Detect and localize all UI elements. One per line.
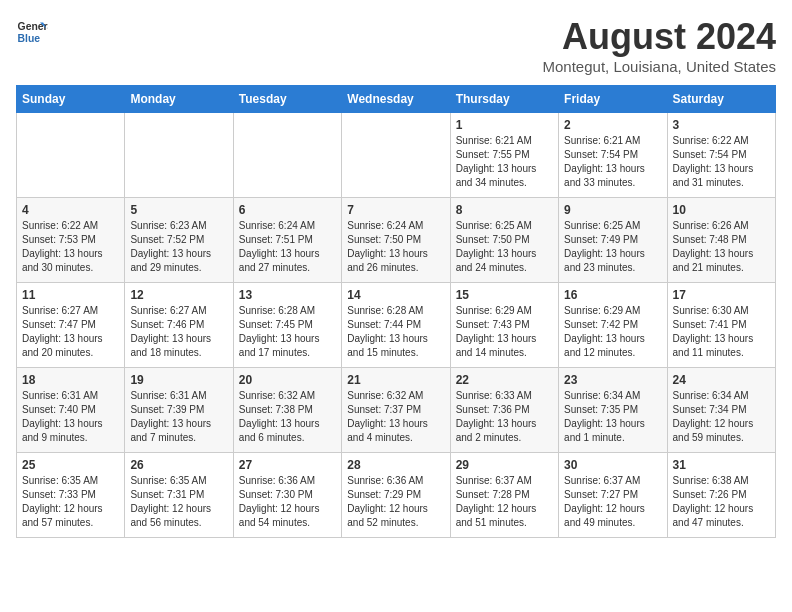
calendar-cell — [125, 113, 233, 198]
calendar-cell: 26Sunrise: 6:35 AM Sunset: 7:31 PM Dayli… — [125, 453, 233, 538]
day-number: 16 — [564, 288, 661, 302]
calendar-cell: 2Sunrise: 6:21 AM Sunset: 7:54 PM Daylig… — [559, 113, 667, 198]
day-number: 18 — [22, 373, 119, 387]
calendar-cell: 7Sunrise: 6:24 AM Sunset: 7:50 PM Daylig… — [342, 198, 450, 283]
calendar-cell: 24Sunrise: 6:34 AM Sunset: 7:34 PM Dayli… — [667, 368, 775, 453]
calendar-cell: 31Sunrise: 6:38 AM Sunset: 7:26 PM Dayli… — [667, 453, 775, 538]
day-info: Sunrise: 6:33 AM Sunset: 7:36 PM Dayligh… — [456, 389, 553, 445]
calendar-cell: 9Sunrise: 6:25 AM Sunset: 7:49 PM Daylig… — [559, 198, 667, 283]
calendar-cell: 6Sunrise: 6:24 AM Sunset: 7:51 PM Daylig… — [233, 198, 341, 283]
logo-icon: General Blue — [16, 16, 48, 48]
calendar-header-cell: Monday — [125, 86, 233, 113]
day-info: Sunrise: 6:25 AM Sunset: 7:50 PM Dayligh… — [456, 219, 553, 275]
day-info: Sunrise: 6:38 AM Sunset: 7:26 PM Dayligh… — [673, 474, 770, 530]
day-number: 12 — [130, 288, 227, 302]
day-number: 22 — [456, 373, 553, 387]
day-info: Sunrise: 6:30 AM Sunset: 7:41 PM Dayligh… — [673, 304, 770, 360]
day-number: 21 — [347, 373, 444, 387]
calendar-cell: 10Sunrise: 6:26 AM Sunset: 7:48 PM Dayli… — [667, 198, 775, 283]
day-number: 4 — [22, 203, 119, 217]
day-info: Sunrise: 6:35 AM Sunset: 7:31 PM Dayligh… — [130, 474, 227, 530]
calendar-cell: 17Sunrise: 6:30 AM Sunset: 7:41 PM Dayli… — [667, 283, 775, 368]
day-number: 29 — [456, 458, 553, 472]
day-info: Sunrise: 6:31 AM Sunset: 7:40 PM Dayligh… — [22, 389, 119, 445]
calendar-header-cell: Wednesday — [342, 86, 450, 113]
day-info: Sunrise: 6:27 AM Sunset: 7:46 PM Dayligh… — [130, 304, 227, 360]
day-number: 20 — [239, 373, 336, 387]
day-info: Sunrise: 6:27 AM Sunset: 7:47 PM Dayligh… — [22, 304, 119, 360]
day-info: Sunrise: 6:28 AM Sunset: 7:44 PM Dayligh… — [347, 304, 444, 360]
calendar-cell: 23Sunrise: 6:34 AM Sunset: 7:35 PM Dayli… — [559, 368, 667, 453]
day-info: Sunrise: 6:36 AM Sunset: 7:30 PM Dayligh… — [239, 474, 336, 530]
calendar-cell: 16Sunrise: 6:29 AM Sunset: 7:42 PM Dayli… — [559, 283, 667, 368]
calendar-cell: 12Sunrise: 6:27 AM Sunset: 7:46 PM Dayli… — [125, 283, 233, 368]
day-info: Sunrise: 6:21 AM Sunset: 7:55 PM Dayligh… — [456, 134, 553, 190]
calendar-cell: 30Sunrise: 6:37 AM Sunset: 7:27 PM Dayli… — [559, 453, 667, 538]
title-area: August 2024 Montegut, Louisiana, United … — [543, 16, 776, 75]
day-info: Sunrise: 6:34 AM Sunset: 7:35 PM Dayligh… — [564, 389, 661, 445]
calendar-header-cell: Friday — [559, 86, 667, 113]
day-number: 2 — [564, 118, 661, 132]
day-info: Sunrise: 6:26 AM Sunset: 7:48 PM Dayligh… — [673, 219, 770, 275]
day-number: 3 — [673, 118, 770, 132]
day-info: Sunrise: 6:37 AM Sunset: 7:27 PM Dayligh… — [564, 474, 661, 530]
day-number: 17 — [673, 288, 770, 302]
day-number: 31 — [673, 458, 770, 472]
calendar-cell: 4Sunrise: 6:22 AM Sunset: 7:53 PM Daylig… — [17, 198, 125, 283]
calendar-cell: 5Sunrise: 6:23 AM Sunset: 7:52 PM Daylig… — [125, 198, 233, 283]
day-info: Sunrise: 6:37 AM Sunset: 7:28 PM Dayligh… — [456, 474, 553, 530]
header: General Blue August 2024 Montegut, Louis… — [16, 16, 776, 75]
day-info: Sunrise: 6:22 AM Sunset: 7:53 PM Dayligh… — [22, 219, 119, 275]
calendar-week-row: 25Sunrise: 6:35 AM Sunset: 7:33 PM Dayli… — [17, 453, 776, 538]
calendar-week-row: 1Sunrise: 6:21 AM Sunset: 7:55 PM Daylig… — [17, 113, 776, 198]
day-info: Sunrise: 6:23 AM Sunset: 7:52 PM Dayligh… — [130, 219, 227, 275]
calendar-cell — [342, 113, 450, 198]
day-number: 6 — [239, 203, 336, 217]
day-number: 13 — [239, 288, 336, 302]
day-number: 10 — [673, 203, 770, 217]
day-info: Sunrise: 6:29 AM Sunset: 7:43 PM Dayligh… — [456, 304, 553, 360]
day-number: 23 — [564, 373, 661, 387]
calendar-week-row: 11Sunrise: 6:27 AM Sunset: 7:47 PM Dayli… — [17, 283, 776, 368]
calendar-cell: 18Sunrise: 6:31 AM Sunset: 7:40 PM Dayli… — [17, 368, 125, 453]
day-info: Sunrise: 6:25 AM Sunset: 7:49 PM Dayligh… — [564, 219, 661, 275]
calendar-cell — [233, 113, 341, 198]
day-number: 7 — [347, 203, 444, 217]
day-info: Sunrise: 6:31 AM Sunset: 7:39 PM Dayligh… — [130, 389, 227, 445]
calendar-cell: 8Sunrise: 6:25 AM Sunset: 7:50 PM Daylig… — [450, 198, 558, 283]
calendar-cell — [17, 113, 125, 198]
day-number: 30 — [564, 458, 661, 472]
day-info: Sunrise: 6:24 AM Sunset: 7:50 PM Dayligh… — [347, 219, 444, 275]
calendar-cell: 13Sunrise: 6:28 AM Sunset: 7:45 PM Dayli… — [233, 283, 341, 368]
calendar-cell: 19Sunrise: 6:31 AM Sunset: 7:39 PM Dayli… — [125, 368, 233, 453]
day-info: Sunrise: 6:36 AM Sunset: 7:29 PM Dayligh… — [347, 474, 444, 530]
day-number: 5 — [130, 203, 227, 217]
calendar-body: 1Sunrise: 6:21 AM Sunset: 7:55 PM Daylig… — [17, 113, 776, 538]
calendar-cell: 21Sunrise: 6:32 AM Sunset: 7:37 PM Dayli… — [342, 368, 450, 453]
day-info: Sunrise: 6:32 AM Sunset: 7:38 PM Dayligh… — [239, 389, 336, 445]
main-title: August 2024 — [543, 16, 776, 58]
day-number: 26 — [130, 458, 227, 472]
day-info: Sunrise: 6:24 AM Sunset: 7:51 PM Dayligh… — [239, 219, 336, 275]
day-info: Sunrise: 6:34 AM Sunset: 7:34 PM Dayligh… — [673, 389, 770, 445]
calendar-week-row: 4Sunrise: 6:22 AM Sunset: 7:53 PM Daylig… — [17, 198, 776, 283]
calendar-header-cell: Saturday — [667, 86, 775, 113]
day-info: Sunrise: 6:21 AM Sunset: 7:54 PM Dayligh… — [564, 134, 661, 190]
calendar-cell: 15Sunrise: 6:29 AM Sunset: 7:43 PM Dayli… — [450, 283, 558, 368]
day-info: Sunrise: 6:35 AM Sunset: 7:33 PM Dayligh… — [22, 474, 119, 530]
day-number: 9 — [564, 203, 661, 217]
subtitle: Montegut, Louisiana, United States — [543, 58, 776, 75]
calendar-header-row: SundayMondayTuesdayWednesdayThursdayFrid… — [17, 86, 776, 113]
logo: General Blue — [16, 16, 48, 48]
calendar-cell: 1Sunrise: 6:21 AM Sunset: 7:55 PM Daylig… — [450, 113, 558, 198]
day-number: 15 — [456, 288, 553, 302]
day-number: 1 — [456, 118, 553, 132]
day-number: 27 — [239, 458, 336, 472]
day-number: 24 — [673, 373, 770, 387]
day-number: 28 — [347, 458, 444, 472]
day-number: 11 — [22, 288, 119, 302]
calendar-header-cell: Sunday — [17, 86, 125, 113]
day-info: Sunrise: 6:32 AM Sunset: 7:37 PM Dayligh… — [347, 389, 444, 445]
day-number: 25 — [22, 458, 119, 472]
day-info: Sunrise: 6:22 AM Sunset: 7:54 PM Dayligh… — [673, 134, 770, 190]
